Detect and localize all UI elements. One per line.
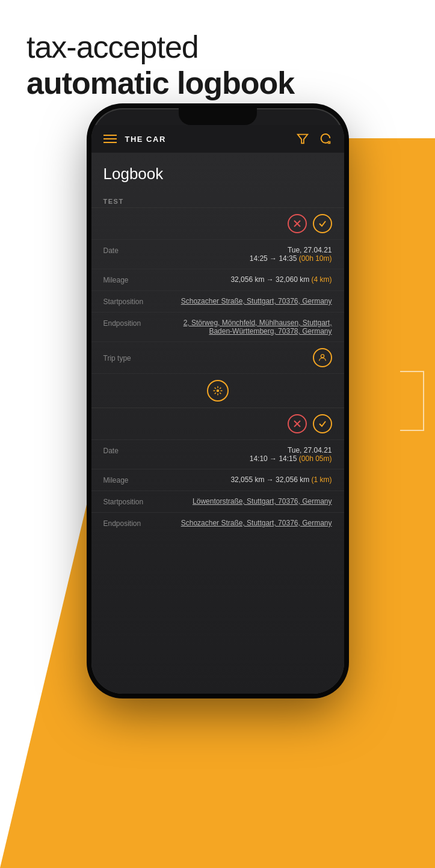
trip1-triptype-row: Trip type	[91, 341, 344, 373]
refresh-icon[interactable]	[319, 132, 332, 145]
phone-mockup: THE CAR Logbook TEST	[0, 108, 435, 694]
trip2-mileage-value: 32,055 km → 32,056 km (1 km)	[164, 475, 332, 484]
trip2-mileage-row: Mileage 32,055 km → 32,056 km (1 km)	[91, 469, 344, 491]
trip1-endpos-value[interactable]: 2, Störweg, Mönchfeld, Mühlhausen, Stutt…	[164, 319, 332, 335]
trip-card-1: Date Tue, 27.04.21 14:25 → 14:35 (00h 10…	[91, 207, 344, 408]
phone-screen: THE CAR Logbook TEST	[91, 108, 344, 694]
app-title: THE CAR	[125, 135, 166, 144]
trip2-endpos-row: Endposition Schozacher Straße, Stuttgart…	[91, 512, 344, 534]
trip1-endpos-label: Endposition	[103, 319, 164, 328]
trip1-date-value: Tue, 27.04.21 14:25 → 14:35 (00h 10m)	[164, 246, 332, 263]
trip1-mileage-label: Mileage	[103, 275, 164, 284]
trip1-date-label: Date	[103, 246, 164, 255]
app-header: THE CAR	[91, 125, 344, 153]
trip1-startpos-row: Startposition Schozacher Straße, Stuttga…	[91, 290, 344, 312]
bracket-right-decoration	[400, 371, 424, 431]
header-right	[296, 132, 332, 145]
trip2-confirm-button[interactable]	[313, 414, 332, 433]
trip1-sync-row	[91, 373, 344, 408]
trip1-endpos-row: Endposition 2, Störweg, Mönchfeld, Mühlh…	[91, 312, 344, 341]
trip2-startpos-value[interactable]: Löwentorstraße, Stuttgart, 70376, German…	[164, 497, 332, 506]
trip2-date-row: Date Tue, 27.04.21 14:10 → 14:15 (00h 05…	[91, 439, 344, 469]
hero-line2: automatic logbook	[26, 65, 409, 101]
sync-button[interactable]	[207, 380, 229, 402]
trip2-endpos-value[interactable]: Schozacher Straße, Stuttgart, 70376, Ger…	[164, 519, 332, 527]
trip1-triptype-icon[interactable]	[313, 348, 332, 367]
hero-section: tax-accepted automatic logbook	[0, 0, 435, 120]
phone-notch	[179, 108, 257, 125]
trip1-cancel-button[interactable]	[288, 214, 307, 233]
trip1-confirm-button[interactable]	[313, 214, 332, 233]
trip2-startpos-row: Startposition Löwentorstraße, Stuttgart,…	[91, 491, 344, 512]
logbook-title: Logbook	[91, 153, 344, 193]
trip1-actions	[91, 207, 344, 239]
filter-icon[interactable]	[296, 132, 309, 145]
trip1-triptype-label: Trip type	[103, 353, 164, 362]
trip1-startpos-value[interactable]: Schozacher Straße, Stuttgart, 70376, Ger…	[164, 297, 332, 305]
trip2-startpos-label: Startposition	[103, 497, 164, 506]
trip1-startpos-label: Startposition	[103, 297, 164, 306]
trip2-endpos-label: Endposition	[103, 519, 164, 528]
trip2-date-label: Date	[103, 446, 164, 455]
hero-line1: tax-accepted	[26, 29, 409, 65]
trip2-actions	[91, 408, 344, 439]
menu-icon[interactable]	[103, 135, 117, 143]
bracket-left-decoration	[11, 400, 35, 460]
app-content: Logbook TEST	[91, 153, 344, 694]
trip-card-2: Date Tue, 27.04.21 14:10 → 14:15 (00h 05…	[91, 408, 344, 534]
trip1-mileage-row: Mileage 32,056 km → 32,060 km (4 km)	[91, 269, 344, 290]
trip1-mileage-value: 32,056 km → 32,060 km (4 km)	[164, 275, 332, 284]
trip2-mileage-label: Mileage	[103, 475, 164, 484]
trip2-cancel-button[interactable]	[288, 414, 307, 433]
svg-point-3	[321, 355, 324, 358]
section-label: TEST	[91, 193, 344, 207]
svg-marker-0	[297, 135, 307, 144]
header-left: THE CAR	[103, 135, 166, 144]
svg-point-4	[216, 390, 219, 393]
trip2-date-value: Tue, 27.04.21 14:10 → 14:15 (00h 05m)	[164, 446, 332, 463]
trip1-date-row: Date Tue, 27.04.21 14:25 → 14:35 (00h 10…	[91, 239, 344, 269]
